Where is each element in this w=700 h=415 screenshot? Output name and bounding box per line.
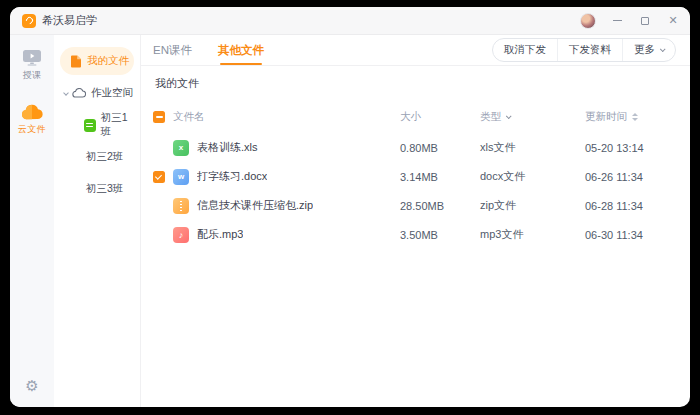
column-header-type[interactable]: 类型 — [480, 110, 585, 124]
tab-bar: EN课件 其他文件 取消下发 下发资料 更多 — [141, 35, 690, 66]
class-badge-icon — [84, 119, 96, 132]
cancel-dispatch-button[interactable]: 取消下发 — [493, 39, 557, 61]
more-button[interactable]: 更多 — [622, 39, 675, 61]
breadcrumb: 我的文件 — [153, 76, 676, 91]
docx-file-icon: w — [173, 169, 189, 185]
file-type: zip文件 — [480, 198, 585, 213]
sidebar-item-label: 初三2班 — [86, 150, 123, 164]
maximize-button[interactable] — [638, 14, 652, 28]
titlebar: 希沃易启学 ✕ — [10, 7, 690, 35]
sidebar-item-label: 初三1班 — [101, 111, 134, 139]
cloud-outline-icon — [72, 88, 86, 98]
file-name: 配乐.mp3 — [197, 227, 243, 242]
column-header-name: 文件名 — [173, 110, 205, 124]
sidebar-item-label: 初三3班 — [86, 182, 123, 196]
sidebar-item-label: 作业空间 — [91, 86, 133, 100]
chevron-down-icon — [660, 46, 666, 52]
tab-en-courseware[interactable]: EN课件 — [153, 35, 192, 65]
rail-item-cloud-files[interactable]: 云文件 — [18, 104, 47, 136]
sidebar-item-homework-space[interactable]: 作业空间 — [60, 79, 134, 107]
row-checkbox[interactable] — [153, 171, 165, 183]
tab-other-files[interactable]: 其他文件 — [218, 35, 264, 65]
settings-gear-icon[interactable]: ⚙ — [25, 378, 38, 393]
chevron-down-icon — [506, 113, 512, 119]
sidebar-item-class-3[interactable]: 初三3班 — [60, 175, 134, 203]
xls-file-icon: x — [173, 140, 189, 156]
app-title: 希沃易启学 — [42, 13, 97, 28]
more-button-label: 更多 — [634, 43, 655, 57]
rail-item-label: 云文件 — [18, 123, 47, 136]
table-row[interactable]: x 表格训练.xls 0.80MB xls文件 05-20 13:14 — [153, 133, 676, 162]
select-all-checkbox[interactable] — [153, 111, 165, 123]
sidebar-item-my-files[interactable]: 我的文件 — [60, 47, 134, 75]
rail-item-label: 授课 — [23, 69, 42, 82]
minimize-button[interactable] — [610, 14, 624, 28]
left-rail: 授课 云文件 ⚙ — [10, 35, 54, 407]
table-row[interactable]: w 打字练习.docx 3.14MB docx文件 06-26 11:34 — [153, 162, 676, 191]
sort-icon[interactable] — [632, 113, 638, 121]
sidebar: 我的文件 作业空间 初三1班 初三2班 初三3班 — [54, 35, 141, 407]
close-button[interactable]: ✕ — [666, 14, 680, 28]
sidebar-item-label: 我的文件 — [87, 54, 129, 68]
file-type: mp3文件 — [480, 227, 585, 242]
file-size: 3.50MB — [400, 229, 480, 241]
presentation-screen-icon — [22, 49, 42, 66]
column-header-size: 大小 — [400, 110, 480, 124]
action-button-group: 取消下发 下发资料 更多 — [492, 38, 676, 62]
sidebar-item-class-2[interactable]: 初三2班 — [60, 143, 134, 171]
cloud-icon — [20, 104, 44, 120]
sidebar-item-class-1[interactable]: 初三1班 — [60, 111, 134, 139]
file-name: 打字练习.docx — [197, 169, 267, 184]
file-time: 06-28 11:34 — [585, 200, 676, 212]
rail-item-teach[interactable]: 授课 — [22, 49, 42, 82]
file-name: 表格训练.xls — [197, 140, 258, 155]
file-size: 0.80MB — [400, 142, 480, 154]
table-row[interactable]: 信息技术课件压缩包.zip 28.50MB zip文件 06-28 11:34 — [153, 191, 676, 220]
table-row[interactable]: ♪ 配乐.mp3 3.50MB mp3文件 06-30 11:34 — [153, 220, 676, 249]
column-header-time[interactable]: 更新时间 — [585, 110, 676, 124]
dispatch-files-button[interactable]: 下发资料 — [557, 39, 622, 61]
file-time: 05-20 13:14 — [585, 142, 676, 154]
chevron-down-icon[interactable] — [63, 90, 69, 96]
file-size: 3.14MB — [400, 171, 480, 183]
app-window: 希沃易启学 ✕ 授课 — [10, 7, 690, 407]
file-list-area: 我的文件 文件名 大小 类型 更新时间 — [141, 66, 690, 407]
app-logo-icon — [22, 14, 36, 28]
zip-file-icon — [173, 198, 189, 214]
file-type: docx文件 — [480, 169, 585, 184]
user-avatar[interactable] — [580, 13, 596, 29]
file-time: 06-26 11:34 — [585, 171, 676, 183]
file-time: 06-30 11:34 — [585, 229, 676, 241]
main-panel: EN课件 其他文件 取消下发 下发资料 更多 我的文件 文件名 — [141, 35, 690, 407]
file-type: xls文件 — [480, 140, 585, 155]
mp3-file-icon: ♪ — [173, 227, 189, 243]
file-name: 信息技术课件压缩包.zip — [197, 198, 313, 213]
file-size: 28.50MB — [400, 200, 480, 212]
document-icon — [70, 55, 82, 68]
table-header-row: 文件名 大小 类型 更新时间 — [153, 105, 676, 129]
desktop-background: 希沃易启学 ✕ 授课 — [0, 0, 700, 415]
